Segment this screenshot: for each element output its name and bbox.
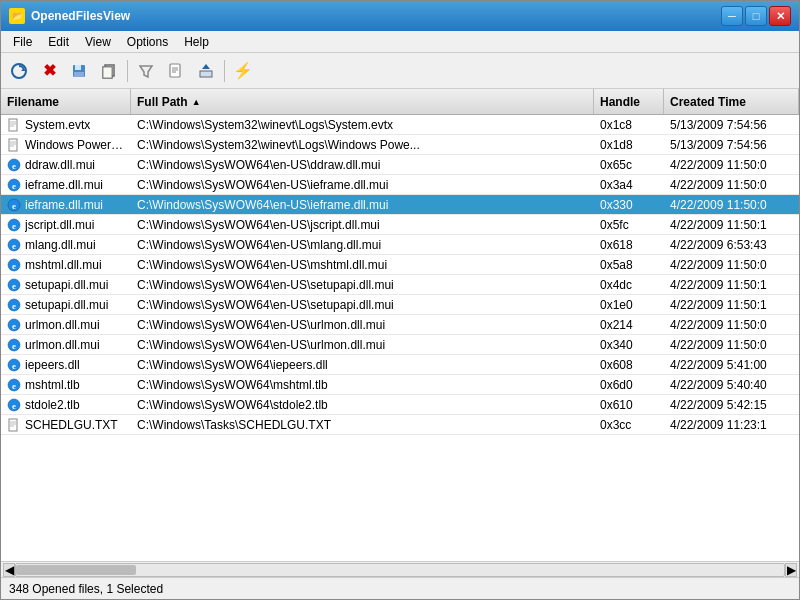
- file-icon-0: [7, 118, 21, 132]
- table-row[interactable]: e mlang.dll.mui C:\Windows\SysWOW64\en-U…: [1, 235, 799, 255]
- cell-fullpath-4: C:\Windows\SysWOW64\en-US\ieframe.dll.mu…: [131, 195, 594, 214]
- svg-text:e: e: [12, 360, 16, 370]
- horizontal-scrollbar[interactable]: [15, 563, 785, 577]
- cell-handle-1: 0x1d8: [594, 135, 664, 154]
- cell-fullpath-0: C:\Windows\System32\winevt\Logs\System.e…: [131, 115, 594, 134]
- svg-text:e: e: [12, 260, 16, 270]
- toolbar-action[interactable]: ⚡: [229, 57, 257, 85]
- cell-created-2: 4/22/2009 11:50:0: [664, 155, 799, 174]
- cell-filename-15: SCHEDLGU.TXT: [1, 415, 131, 434]
- cell-created-9: 4/22/2009 11:50:1: [664, 295, 799, 314]
- svg-rect-49: [9, 419, 17, 431]
- cell-created-10: 4/22/2009 11:50:0: [664, 315, 799, 334]
- file-icon-10: e: [7, 318, 21, 332]
- menu-edit[interactable]: Edit: [40, 33, 77, 51]
- cell-created-8: 4/22/2009 11:50:1: [664, 275, 799, 294]
- table-header: Filename Full Path ▲ Handle Created Time: [1, 89, 799, 115]
- cell-fullpath-7: C:\Windows\SysWOW64\en-US\mshtml.dll.mui: [131, 255, 594, 274]
- col-header-filename[interactable]: Filename: [1, 89, 131, 114]
- cell-created-5: 4/22/2009 11:50:1: [664, 215, 799, 234]
- cell-filename-13: e mshtml.tlb: [1, 375, 131, 394]
- file-icon-11: e: [7, 338, 21, 352]
- toolbar-filter[interactable]: [132, 57, 160, 85]
- cell-filename-11: e urlmon.dll.mui: [1, 335, 131, 354]
- cell-handle-12: 0x608: [594, 355, 664, 374]
- table-row[interactable]: e ieframe.dll.mui C:\Windows\SysWOW64\en…: [1, 195, 799, 215]
- menu-file[interactable]: File: [5, 33, 40, 51]
- file-icon-5: e: [7, 218, 21, 232]
- status-text: 348 Opened files, 1 Selected: [9, 582, 163, 596]
- cell-handle-11: 0x340: [594, 335, 664, 354]
- cell-fullpath-2: C:\Windows\SysWOW64\en-US\ddraw.dll.mui: [131, 155, 594, 174]
- cell-filename-1: Windows PowerS...: [1, 135, 131, 154]
- cell-created-12: 4/22/2009 5:41:00: [664, 355, 799, 374]
- cell-filename-7: e mshtml.dll.mui: [1, 255, 131, 274]
- col-header-created[interactable]: Created Time: [664, 89, 799, 114]
- table-row[interactable]: e iepeers.dll C:\Windows\SysWOW64\iepeer…: [1, 355, 799, 375]
- window-controls: ─ □ ✕: [721, 6, 791, 26]
- svg-text:e: e: [12, 300, 16, 310]
- file-icon-1: [7, 138, 21, 152]
- scroll-right-btn[interactable]: ▶: [785, 563, 797, 577]
- cell-handle-9: 0x1e0: [594, 295, 664, 314]
- svg-text:e: e: [12, 180, 16, 190]
- scroll-left-btn[interactable]: ◀: [3, 563, 15, 577]
- table-row[interactable]: e mshtml.tlb C:\Windows\SysWOW64\mshtml.…: [1, 375, 799, 395]
- toolbar-properties[interactable]: [162, 57, 190, 85]
- toolbar-save[interactable]: [65, 57, 93, 85]
- svg-text:e: e: [12, 160, 16, 170]
- minimize-button[interactable]: ─: [721, 6, 743, 26]
- file-icon-4: e: [7, 198, 21, 212]
- toolbar-stop[interactable]: ✖: [35, 57, 63, 85]
- table-row[interactable]: System.evtx C:\Windows\System32\winevt\L…: [1, 115, 799, 135]
- table-row[interactable]: e urlmon.dll.mui C:\Windows\SysWOW64\en-…: [1, 335, 799, 355]
- svg-text:e: e: [12, 220, 16, 230]
- toolbar-refresh[interactable]: [5, 57, 33, 85]
- table-row[interactable]: e ddraw.dll.mui C:\Windows\SysWOW64\en-U…: [1, 155, 799, 175]
- col-header-fullpath[interactable]: Full Path ▲: [131, 89, 594, 114]
- table-row[interactable]: e stdole2.tlb C:\Windows\SysWOW64\stdole…: [1, 395, 799, 415]
- table-row[interactable]: e urlmon.dll.mui C:\Windows\SysWOW64\en-…: [1, 315, 799, 335]
- svg-rect-4: [74, 72, 84, 77]
- close-button[interactable]: ✕: [769, 6, 791, 26]
- cell-created-13: 4/22/2009 5:40:40: [664, 375, 799, 394]
- cell-fullpath-3: C:\Windows\SysWOW64\en-US\ieframe.dll.mu…: [131, 175, 594, 194]
- cell-created-14: 4/22/2009 5:42:15: [664, 395, 799, 414]
- menu-options[interactable]: Options: [119, 33, 176, 51]
- svg-text:e: e: [12, 320, 16, 330]
- cell-filename-8: e setupapi.dll.mui: [1, 275, 131, 294]
- cell-handle-2: 0x65c: [594, 155, 664, 174]
- file-icon-9: e: [7, 298, 21, 312]
- svg-text:e: e: [12, 340, 16, 350]
- table-row[interactable]: e jscript.dll.mui C:\Windows\SysWOW64\en…: [1, 215, 799, 235]
- cell-filename-14: e stdole2.tlb: [1, 395, 131, 414]
- cell-fullpath-13: C:\Windows\SysWOW64\mshtml.tlb: [131, 375, 594, 394]
- table-row[interactable]: SCHEDLGU.TXT C:\Windows\Tasks\SCHEDLGU.T…: [1, 415, 799, 435]
- table-row[interactable]: Windows PowerS... C:\Windows\System32\wi…: [1, 135, 799, 155]
- cell-fullpath-5: C:\Windows\SysWOW64\en-US\jscript.dll.mu…: [131, 215, 594, 234]
- cell-filename-9: e setupapi.dll.mui: [1, 295, 131, 314]
- window-title: OpenedFilesView: [31, 9, 721, 23]
- table-row[interactable]: e setupapi.dll.mui C:\Windows\SysWOW64\e…: [1, 295, 799, 315]
- maximize-button[interactable]: □: [745, 6, 767, 26]
- svg-rect-13: [200, 71, 212, 77]
- table-row[interactable]: e setupapi.dll.mui C:\Windows\SysWOW64\e…: [1, 275, 799, 295]
- col-header-handle[interactable]: Handle: [594, 89, 664, 114]
- menu-help[interactable]: Help: [176, 33, 217, 51]
- cell-created-7: 4/22/2009 11:50:0: [664, 255, 799, 274]
- cell-handle-13: 0x6d0: [594, 375, 664, 394]
- file-icon-13: e: [7, 378, 21, 392]
- menu-view[interactable]: View: [77, 33, 119, 51]
- svg-text:e: e: [12, 380, 16, 390]
- cell-handle-0: 0x1c8: [594, 115, 664, 134]
- toolbar-export[interactable]: [192, 57, 220, 85]
- svg-rect-7: [103, 67, 112, 78]
- svg-text:e: e: [12, 400, 16, 410]
- toolbar-copy[interactable]: [95, 57, 123, 85]
- table-row[interactable]: e ieframe.dll.mui C:\Windows\SysWOW64\en…: [1, 175, 799, 195]
- table-body[interactable]: System.evtx C:\Windows\System32\winevt\L…: [1, 115, 799, 561]
- table-row[interactable]: e mshtml.dll.mui C:\Windows\SysWOW64\en-…: [1, 255, 799, 275]
- file-icon-15: [7, 418, 21, 432]
- main-window: 📂 OpenedFilesView ─ □ ✕ File Edit View O…: [0, 0, 800, 600]
- cell-filename-4: e ieframe.dll.mui: [1, 195, 131, 214]
